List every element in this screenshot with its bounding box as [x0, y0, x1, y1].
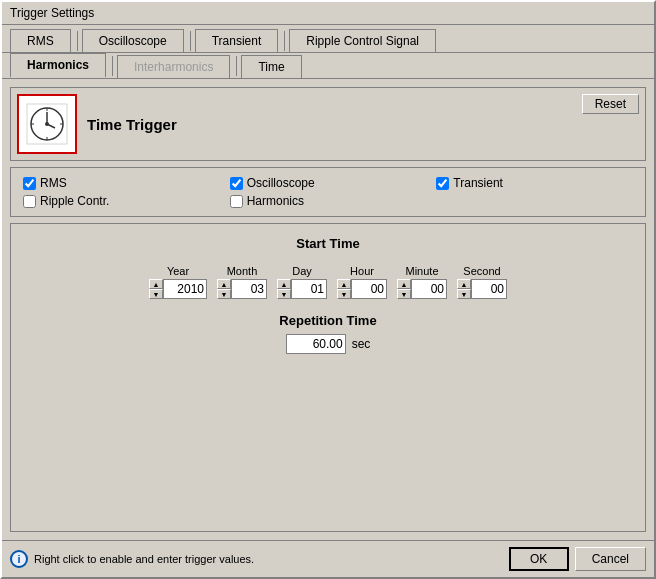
ripple-label: Ripple Contr.: [40, 194, 109, 208]
day-field-group: Day ▲ ▼: [277, 265, 327, 299]
title-bar: Trigger Settings: [2, 2, 654, 25]
rms-checkbox[interactable]: [23, 177, 36, 190]
year-spin-buttons: ▲ ▼: [149, 279, 163, 299]
harmonics-label: Harmonics: [247, 194, 304, 208]
month-field-group: Month ▲ ▼: [217, 265, 267, 299]
minute-input[interactable]: [411, 279, 447, 299]
checkbox-rms: RMS: [23, 176, 220, 190]
minute-spin-up[interactable]: ▲: [397, 279, 411, 289]
minute-label: Minute: [405, 265, 438, 277]
repetition-row: sec: [286, 334, 371, 354]
second-spin-up[interactable]: ▲: [457, 279, 471, 289]
second-input[interactable]: [471, 279, 507, 299]
tab-time[interactable]: Time: [241, 55, 301, 78]
cancel-button[interactable]: Cancel: [575, 547, 646, 571]
info-area: i Right click to enable and enter trigge…: [10, 550, 254, 568]
clock-svg: [25, 102, 69, 146]
trigger-title: Time Trigger: [87, 116, 177, 133]
time-fields: Year ▲ ▼ Month ▲ ▼: [149, 265, 507, 299]
second-field-group: Second ▲ ▼: [457, 265, 507, 299]
hour-field-group: Hour ▲ ▼: [337, 265, 387, 299]
window-title: Trigger Settings: [10, 6, 94, 20]
year-spin-up[interactable]: ▲: [149, 279, 163, 289]
second-label: Second: [463, 265, 500, 277]
tab-row-2: Harmonics Interharmonics Time: [2, 53, 654, 79]
start-time-title: Start Time: [296, 236, 359, 251]
content-area: Time Trigger Reset RMS Oscilloscope Tran…: [2, 79, 654, 540]
repetition-unit: sec: [352, 337, 371, 351]
hour-input[interactable]: [351, 279, 387, 299]
main-panel: Start Time Year ▲ ▼ Month: [10, 223, 646, 532]
day-field-with-spin: ▲ ▼: [277, 279, 327, 299]
bottom-buttons: OK Cancel: [509, 547, 646, 571]
transient-checkbox[interactable]: [436, 177, 449, 190]
tab-harmonics[interactable]: Harmonics: [10, 53, 106, 78]
month-spin-up[interactable]: ▲: [217, 279, 231, 289]
hour-field-with-spin: ▲ ▼: [337, 279, 387, 299]
day-spin-down[interactable]: ▼: [277, 289, 291, 299]
repetition-title: Repetition Time: [279, 313, 376, 328]
month-input[interactable]: [231, 279, 267, 299]
hour-spin-buttons: ▲ ▼: [337, 279, 351, 299]
year-field-with-spin: ▲ ▼: [149, 279, 207, 299]
checkbox-transient: Transient: [436, 176, 633, 190]
checkbox-oscilloscope: Oscilloscope: [230, 176, 427, 190]
bottom-bar: i Right click to enable and enter trigge…: [2, 540, 654, 577]
year-label: Year: [167, 265, 189, 277]
reset-button[interactable]: Reset: [582, 94, 639, 114]
day-input[interactable]: [291, 279, 327, 299]
year-field-group: Year ▲ ▼: [149, 265, 207, 299]
tab-oscilloscope[interactable]: Oscilloscope: [82, 29, 184, 52]
tab-rms[interactable]: RMS: [10, 29, 71, 52]
month-spin-buttons: ▲ ▼: [217, 279, 231, 299]
minute-field-with-spin: ▲ ▼: [397, 279, 447, 299]
second-field-with-spin: ▲ ▼: [457, 279, 507, 299]
tab-transient[interactable]: Transient: [195, 29, 279, 52]
trigger-box: Time Trigger Reset: [10, 87, 646, 161]
repetition-input[interactable]: [286, 334, 346, 354]
harmonics-checkbox[interactable]: [230, 195, 243, 208]
hour-spin-down[interactable]: ▼: [337, 289, 351, 299]
month-field-with-spin: ▲ ▼: [217, 279, 267, 299]
tab-ripple[interactable]: Ripple Control Signal: [289, 29, 436, 52]
oscilloscope-label: Oscilloscope: [247, 176, 315, 190]
oscilloscope-checkbox[interactable]: [230, 177, 243, 190]
ok-button[interactable]: OK: [509, 547, 569, 571]
day-label: Day: [292, 265, 312, 277]
hour-spin-up[interactable]: ▲: [337, 279, 351, 289]
day-spin-buttons: ▲ ▼: [277, 279, 291, 299]
second-spin-down[interactable]: ▼: [457, 289, 471, 299]
info-text: Right click to enable and enter trigger …: [34, 553, 254, 565]
transient-label: Transient: [453, 176, 503, 190]
year-spin-down[interactable]: ▼: [149, 289, 163, 299]
year-input[interactable]: [163, 279, 207, 299]
repetition-section: Repetition Time sec: [279, 313, 376, 354]
day-spin-up[interactable]: ▲: [277, 279, 291, 289]
hour-label: Hour: [350, 265, 374, 277]
second-spin-buttons: ▲ ▼: [457, 279, 471, 299]
svg-point-4: [45, 122, 49, 126]
checkbox-ripple: Ripple Contr.: [23, 194, 220, 208]
month-label: Month: [227, 265, 258, 277]
tab-divider-1: [77, 31, 78, 51]
rms-label: RMS: [40, 176, 67, 190]
trigger-icon: [17, 94, 77, 154]
info-icon: i: [10, 550, 28, 568]
minute-spin-down[interactable]: ▼: [397, 289, 411, 299]
checkbox-harmonics: Harmonics: [230, 194, 427, 208]
minute-spin-buttons: ▲ ▼: [397, 279, 411, 299]
tab-row-1: RMS Oscilloscope Transient Ripple Contro…: [2, 25, 654, 53]
tab-interharmonics[interactable]: Interharmonics: [117, 55, 230, 78]
tab-divider-3: [284, 31, 285, 51]
ripple-checkbox[interactable]: [23, 195, 36, 208]
minute-field-group: Minute ▲ ▼: [397, 265, 447, 299]
tab-divider-5: [236, 56, 237, 76]
checkboxes-box: RMS Oscilloscope Transient Ripple Contr.…: [10, 167, 646, 217]
tab-divider-4: [112, 56, 113, 76]
main-window: Trigger Settings RMS Oscilloscope Transi…: [0, 0, 656, 579]
month-spin-down[interactable]: ▼: [217, 289, 231, 299]
tab-divider-2: [190, 31, 191, 51]
